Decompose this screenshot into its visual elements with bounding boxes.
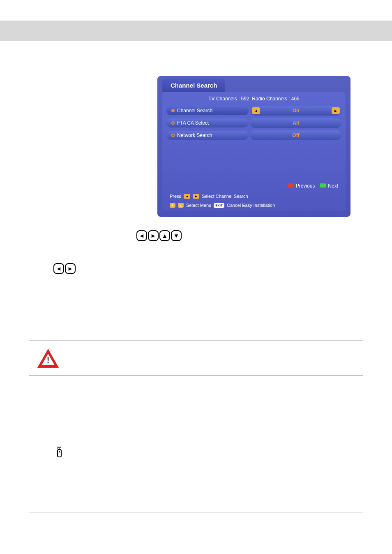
select-menu-hint: ▼ ▲ Select Menu EXIT Cancel Easy Install… — [170, 203, 275, 208]
red-button-icon — [288, 183, 294, 188]
pp-label: PP — [57, 446, 61, 449]
left-arrow-icon: ◄ — [184, 194, 190, 199]
value-text: On — [262, 108, 330, 114]
right-button-icon: ► — [148, 230, 159, 241]
warning-triangle-icon: ! — [37, 349, 59, 368]
nav-hints: Previous Next — [288, 183, 338, 189]
left-button-icon: ◄ — [53, 263, 64, 274]
bullet-icon — [171, 134, 175, 137]
channel-counts: TV Channels : 592 Radio Channels : 465 — [166, 96, 341, 102]
label-fta-ca: FTA CA Select — [166, 118, 249, 127]
press-hint: Press ◄ ► Select Channel Search — [170, 194, 248, 199]
radio-count: Radio Channels : 465 — [252, 96, 299, 102]
label-text: Network Search — [177, 132, 212, 138]
remote-icon — [57, 449, 62, 457]
down-arrow-icon: ▼ — [170, 203, 175, 208]
right-button-icon: ► — [65, 263, 76, 274]
channel-search-panel: Channel Search TV Channels : 592 Radio C… — [157, 76, 350, 217]
row-fta-ca-select[interactable]: FTA CA Select All — [166, 118, 341, 128]
down-button-icon: ▼ — [171, 230, 182, 241]
left-button-icon: ◄ — [136, 230, 147, 241]
row-network-search[interactable]: Network Search Off — [166, 130, 341, 140]
nav-buttons-row-1: ◄ ► ▲ ▼ — [136, 230, 182, 241]
value-text: Off — [250, 132, 341, 138]
label-text: Channel Search — [177, 108, 212, 114]
up-button-icon: ▲ — [159, 230, 170, 241]
value-channel-search[interactable]: ◄ On ► — [250, 106, 341, 116]
label-channel-search: Channel Search — [166, 106, 249, 115]
tab-header: Channel Search — [157, 76, 350, 92]
top-grey-bar — [0, 21, 392, 41]
bullet-icon — [171, 121, 175, 125]
bullet-icon — [171, 109, 175, 112]
exit-icon: EXIT — [214, 203, 224, 208]
panel-body: TV Channels : 592 Radio Channels : 465 C… — [162, 92, 346, 211]
footer-separator — [29, 512, 363, 512]
hint-prefix: Press — [170, 194, 181, 199]
label-network-search: Network Search — [166, 131, 249, 140]
value-text: All — [250, 120, 341, 126]
hint-text-2: Cancel Easy Installation — [227, 203, 275, 208]
warning-box: ! — [29, 341, 363, 376]
right-arrow-icon[interactable]: ► — [332, 107, 340, 114]
nav-buttons-row-2: ◄ ► — [53, 263, 76, 274]
hint-text: Select Channel Search — [202, 194, 248, 199]
up-arrow-icon: ▲ — [178, 203, 184, 208]
green-button-icon — [320, 183, 326, 188]
tv-count: TV Channels : 592 — [208, 96, 249, 102]
label-text: FTA CA Select — [177, 120, 209, 126]
row-channel-search[interactable]: Channel Search ◄ On ► — [166, 106, 341, 116]
next-hint: Next — [320, 183, 338, 189]
value-network-search[interactable]: Off — [250, 130, 341, 140]
tab-channel-search[interactable]: Channel Search — [162, 79, 225, 92]
right-arrow-icon: ► — [193, 194, 199, 199]
value-fta-ca[interactable]: All — [250, 118, 341, 128]
previous-hint: Previous — [288, 183, 315, 189]
pp-remote-icon: PP — [55, 446, 63, 458]
left-arrow-icon[interactable]: ◄ — [252, 107, 260, 114]
hint-text-1: Select Menu — [186, 203, 211, 208]
